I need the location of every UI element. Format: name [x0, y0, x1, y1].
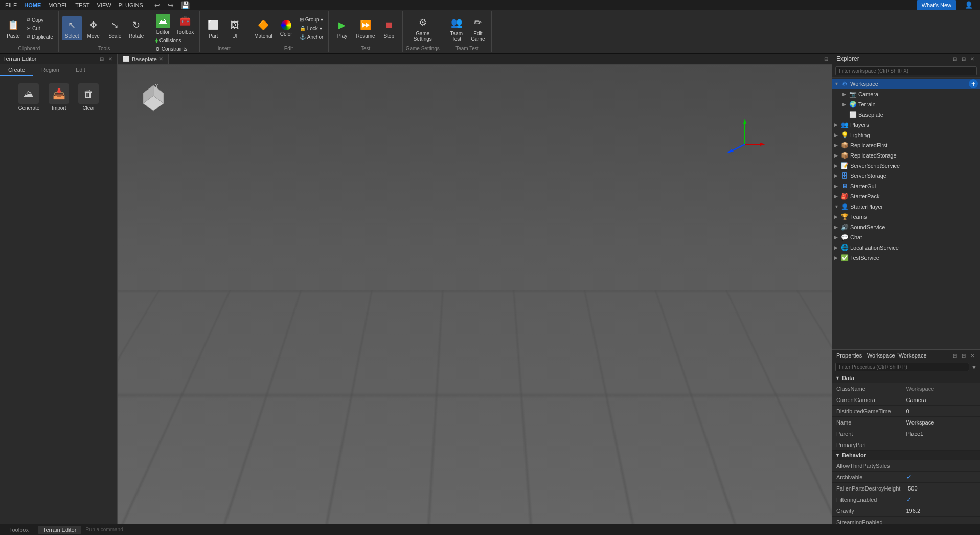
prop-name-distributed-game-time: DistributedGameTime: [836, 408, 906, 414]
properties-filter-input[interactable]: [835, 363, 969, 371]
terrain-editor-pin-button[interactable]: ⊟: [98, 55, 105, 62]
explorer-pin-button[interactable]: ⊟: [960, 55, 967, 62]
bottom-tab-terrain-editor[interactable]: Terrain Editor: [38, 526, 81, 534]
tree-item-sound-service[interactable]: ▶ 🔊 SoundService: [832, 222, 980, 232]
terrain-editor-button[interactable]: ⛰ Editor: [153, 12, 173, 36]
bottom-tab-toolbox[interactable]: Toolbox: [4, 526, 34, 534]
behavior-section-header[interactable]: ▼ Behavior: [832, 451, 980, 460]
edit-game-icon: ✏: [471, 15, 485, 30]
explorer-undock-button[interactable]: ⊟: [951, 55, 959, 62]
tree-item-server-storage[interactable]: ▶ 🗄 ServerStorage: [832, 171, 980, 181]
tree-item-starter-player[interactable]: ▼ 👤 StarterPlayer: [832, 202, 980, 212]
terrain-tab-edit[interactable]: Edit: [67, 64, 94, 76]
viewport-canvas[interactable]: Y: [118, 65, 832, 524]
select-button[interactable]: ↖ Select: [62, 16, 82, 40]
explorer-filter-input[interactable]: [835, 66, 977, 75]
team-test-button[interactable]: 👥 TeamTest: [446, 14, 467, 43]
tree-item-terrain[interactable]: ▶ 🌍 Terrain: [832, 99, 980, 109]
anchor-button[interactable]: ⚓ Anchor: [298, 33, 326, 41]
part-button[interactable]: ⬜ Part: [203, 16, 223, 40]
tree-item-localization-service[interactable]: ▶ 🌐 LocalizationService: [832, 242, 980, 253]
properties-undock-button[interactable]: ⊟: [951, 352, 959, 359]
properties-scroll-area: ▼ Data ClassName Workspace CurrentCamera…: [832, 373, 980, 524]
prop-name-parent: Parent: [836, 431, 906, 437]
scale-button[interactable]: ⤡ Scale: [105, 16, 125, 40]
lock-button[interactable]: 🔒 Lock ▾: [298, 25, 326, 32]
tree-item-chat[interactable]: ▶ 💬 Chat: [832, 232, 980, 242]
prop-row-name[interactable]: Name Workspace: [832, 417, 980, 428]
menu-view[interactable]: VIEW: [94, 1, 114, 9]
tree-item-players[interactable]: ▶ 👥 Players: [832, 120, 980, 130]
viewport-tab-baseplate[interactable]: ⬜ Baseplate ✕: [118, 54, 169, 64]
prop-row-archivable[interactable]: Archivable ✓: [832, 472, 980, 483]
redo-icon[interactable]: ↪: [165, 0, 177, 10]
duplicate-button[interactable]: ⧉ Duplicate: [25, 33, 55, 41]
group-button[interactable]: ⊞ Group ▾: [298, 16, 326, 24]
copy-button[interactable]: ⧉ Copy: [25, 16, 55, 24]
tree-item-lighting[interactable]: ▶ 💡 Lighting: [832, 130, 980, 140]
whats-new-button[interactable]: What's New: [917, 0, 956, 10]
tree-item-workspace[interactable]: ▼ ⚙ Workspace +: [832, 79, 980, 89]
terrain-generate-tool[interactable]: ⛰ Generate: [16, 81, 42, 113]
save-icon[interactable]: 💾: [178, 0, 193, 10]
paste-button[interactable]: 📋 Paste: [3, 16, 24, 40]
menu-plugins[interactable]: PLUGINS: [116, 1, 146, 9]
tree-item-replicated-first[interactable]: ▶ 📦 ReplicatedFirst: [832, 140, 980, 150]
tree-item-test-service[interactable]: ▶ ✅ TestService: [832, 253, 980, 263]
replicated-storage-icon: 📦: [840, 151, 849, 160]
properties-close-button[interactable]: ✕: [969, 352, 976, 359]
undo-icon[interactable]: ↩: [151, 0, 164, 10]
prop-row-streaming-enabled[interactable]: StreamingEnabled: [832, 517, 980, 524]
properties-pin-button[interactable]: ⊟: [960, 352, 967, 359]
tree-item-teams[interactable]: ▶ 🏆 Teams: [832, 212, 980, 222]
ui-button[interactable]: 🖼 UI: [224, 16, 245, 40]
color-button[interactable]: Color: [276, 18, 297, 38]
cut-button[interactable]: ✂ Cut: [25, 25, 55, 32]
explorer-close-button[interactable]: ✕: [969, 55, 976, 62]
terrain-editor-close-button[interactable]: ✕: [107, 55, 114, 62]
terrain-import-tool[interactable]: 📥 Import: [47, 81, 71, 113]
tree-item-starter-gui[interactable]: ▶ 🖥 StarterGui: [832, 181, 980, 191]
toolbox-button[interactable]: 🧰 Toolbox: [174, 12, 196, 36]
prop-row-current-camera[interactable]: CurrentCamera Camera: [832, 394, 980, 406]
tree-item-starter-pack[interactable]: ▶ 🎒 StarterPack: [832, 191, 980, 202]
clipboard-group: ⧉ Copy ✂ Cut ⧉ Duplicate: [25, 16, 55, 41]
data-section-header[interactable]: ▼ Data: [832, 373, 980, 383]
edit-game-button[interactable]: ✏ EditGame: [468, 14, 488, 43]
constraints-button[interactable]: ⚙ Constraints: [153, 45, 190, 53]
terrain-tab-region[interactable]: Region: [33, 64, 67, 76]
resume-button[interactable]: ⏩ Resume: [353, 16, 377, 40]
properties-filter-dropdown-icon[interactable]: ▼: [971, 364, 977, 370]
tree-item-server-script-service[interactable]: ▶ 📝 ServerScriptService: [832, 161, 980, 171]
viewport-undock-button[interactable]: ⊟: [823, 56, 830, 63]
workspace-add-button[interactable]: +: [969, 79, 978, 88]
tree-item-replicated-storage[interactable]: ▶ 📦 ReplicatedStorage: [832, 150, 980, 161]
prop-row-filtering-enabled[interactable]: FilteringEnabled ✓: [832, 494, 980, 505]
server-script-service-icon: 📝: [840, 162, 849, 170]
menu-home[interactable]: HOME: [21, 1, 44, 9]
collisions-button[interactable]: ⧫ Collisions: [153, 37, 184, 44]
terrain-tab-create[interactable]: Create: [0, 64, 33, 76]
move-button[interactable]: ✥ Move: [83, 16, 104, 40]
prop-row-allow-third-party[interactable]: AllowThirdPartySales: [832, 460, 980, 472]
menu-model[interactable]: MODEL: [45, 1, 71, 9]
prop-row-primary-part[interactable]: PrimaryPart: [832, 439, 980, 451]
prop-row-distributed-game-time[interactable]: DistributedGameTime 0: [832, 406, 980, 417]
game-settings-button[interactable]: ⚙ GameSettings: [411, 14, 435, 43]
menu-test[interactable]: TEST: [72, 1, 93, 9]
stop-button[interactable]: ⏹ Stop: [379, 16, 399, 40]
explorer-filter-bar: [832, 64, 980, 78]
menu-file[interactable]: FILE: [2, 1, 20, 9]
tree-item-baseplate[interactable]: ⬜ Baseplate: [832, 109, 980, 120]
prop-row-gravity[interactable]: Gravity 196.2: [832, 505, 980, 517]
viewport-tab-close[interactable]: ✕: [159, 56, 163, 62]
terrain-clear-tool[interactable]: 🗑 Clear: [76, 81, 101, 113]
prop-row-parent[interactable]: Parent Place1: [832, 428, 980, 439]
rotate-button[interactable]: ↻ Rotate: [126, 16, 147, 40]
terrain-section: ⛰ Editor 🧰 Toolbox ⧫ Collisions ⚙ Constr…: [150, 11, 200, 52]
prop-row-fallen-parts[interactable]: FallenPartsDestroyHeight -500: [832, 483, 980, 494]
material-button[interactable]: 🔶 Material: [252, 16, 275, 40]
tree-item-camera[interactable]: ▶ 📷 Camera: [832, 89, 980, 99]
play-button[interactable]: ▶ Play: [332, 16, 352, 40]
starter-player-label: StarterPlayer: [850, 204, 978, 210]
